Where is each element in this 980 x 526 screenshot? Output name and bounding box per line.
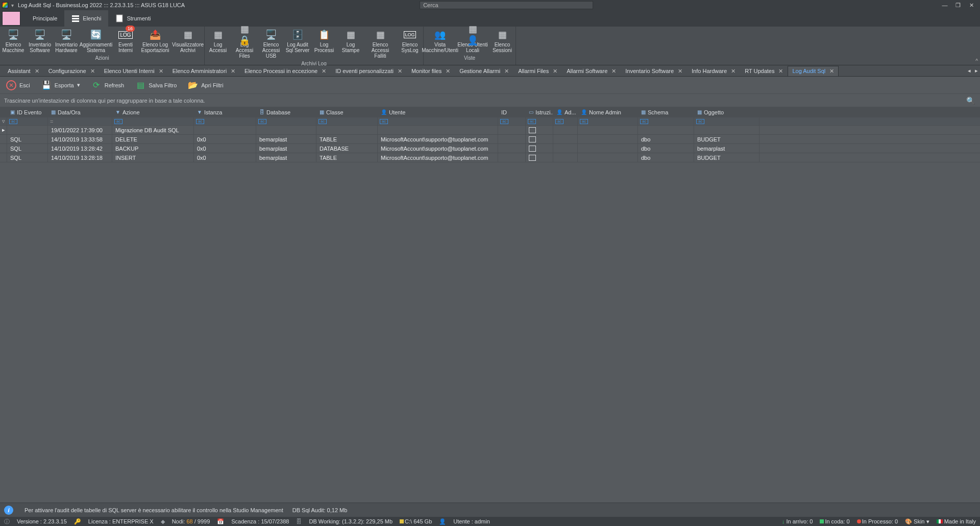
tab-close-icon[interactable]: ✕ xyxy=(678,68,682,75)
filter-indicator[interactable]: ▿ xyxy=(0,117,7,125)
tab-scroll-arrows[interactable]: ◂▸ xyxy=(968,67,978,74)
skin-selector[interactable]: 🎨 Skin ▾ xyxy=(905,518,929,525)
table-row[interactable]: SQL14/10/2019 13:33:58DELETE0x0bemarplas… xyxy=(0,135,980,144)
doc-tab[interactable]: Monitor files✕ xyxy=(407,66,455,76)
table-row[interactable]: SQL14/10/2019 13:28:42BACKUP0x0bemarplas… xyxy=(0,144,980,153)
doc-tab[interactable]: Allarmi Software✕ xyxy=(562,66,621,76)
doc-tab[interactable]: Assistant✕ xyxy=(3,66,44,76)
menu-elenchi[interactable]: Elenchi xyxy=(64,10,108,27)
minimize-button[interactable]: — xyxy=(938,0,951,10)
col-admin[interactable]: 👤Ad... xyxy=(553,107,578,117)
btn-aggiornamenti-sistema[interactable]: 🔄Aggiornamenti Sistema xyxy=(80,28,112,54)
doc-tab[interactable]: ID eventi personalizzati✕ xyxy=(331,66,407,76)
filter-classe[interactable]: ac xyxy=(316,117,378,125)
filter-istanza[interactable]: ac xyxy=(194,117,256,125)
maximize-button[interactable]: ❐ xyxy=(951,0,965,10)
tab-close-icon[interactable]: ✕ xyxy=(611,68,616,75)
refresh-button[interactable]: ⟳Refresh xyxy=(89,79,127,91)
btn-inventario-hardware[interactable]: 🖥️Inventario Hardware xyxy=(53,28,80,54)
arrow-right-icon[interactable]: ▸ xyxy=(975,67,978,74)
search-icon[interactable]: 🔍 xyxy=(966,97,975,105)
col-istanza[interactable]: ▼Istanza xyxy=(194,107,256,117)
close-button[interactable]: ✕ xyxy=(965,0,978,10)
col-oggetto[interactable]: ▦Oggetto xyxy=(694,107,760,117)
doc-tab[interactable]: Inventario Software✕ xyxy=(621,66,687,76)
btn-eventi-interni[interactable]: LOG16Eventi Interni xyxy=(112,28,139,54)
filter-utente[interactable]: ac xyxy=(378,117,498,125)
col-id[interactable]: ID xyxy=(498,107,526,117)
esporta-button[interactable]: 💾Esporta ▾ xyxy=(39,79,82,91)
esci-button[interactable]: ✕Esci xyxy=(4,79,32,91)
tab-close-icon[interactable]: ✕ xyxy=(778,68,783,75)
btn-log-accessi[interactable]: ▦Log Accessi xyxy=(205,28,231,60)
doc-tab[interactable]: Info Hardware✕ xyxy=(687,66,740,76)
filter-schema[interactable]: ac xyxy=(638,117,694,125)
salva-filtro-button[interactable]: ▤Salva Filtro xyxy=(133,79,179,91)
tab-close-icon[interactable]: ✕ xyxy=(231,68,235,75)
tab-close-icon[interactable]: ✕ xyxy=(504,68,509,75)
menu-strumenti[interactable]: Strumenti xyxy=(108,10,158,27)
theme-swatch[interactable] xyxy=(2,11,20,26)
doc-tab[interactable]: Elenco Amministratori✕ xyxy=(168,66,240,76)
ribbon-collapse-icon[interactable]: ^ xyxy=(975,58,978,64)
filter-id-evento[interactable]: ac xyxy=(7,117,48,125)
col-schema[interactable]: ▦Schema xyxy=(638,107,694,117)
col-utente[interactable]: 👤Utente xyxy=(378,107,498,117)
table-row[interactable]: ▸19/01/2022 17:39:00Migrazione DB Audit … xyxy=(0,126,980,135)
tab-close-icon[interactable]: ✕ xyxy=(553,68,557,75)
doc-tab[interactable]: Configurazione✕ xyxy=(44,66,100,76)
btn-elenco-utenti-locali[interactable]: ▦👤Elenco Utenti Locali xyxy=(456,28,489,54)
btn-vista-macchine-utenti[interactable]: 👥Vista Macchine/Utenti xyxy=(424,28,456,54)
search-input[interactable]: Cerca xyxy=(420,1,593,9)
doc-tab[interactable]: Elenco Utenti Interni✕ xyxy=(100,66,168,76)
btn-elenco-sessioni[interactable]: ▦Elenco Sessioni xyxy=(489,28,516,54)
table-row[interactable]: SQL14/10/2019 13:28:18INSERT0x0bemarplas… xyxy=(0,153,980,162)
btn-elenco-macchine[interactable]: 🖥️Elenco Macchine xyxy=(0,28,27,54)
col-data-ora[interactable]: ▦Data/Ora xyxy=(48,107,112,117)
btn-log-accessi-files[interactable]: ▦🔒Log Accessi Files xyxy=(231,28,258,60)
btn-elenco-accessi-falliti[interactable]: ▦Elenco Accessi Falliti xyxy=(364,28,397,60)
tab-close-icon[interactable]: ✕ xyxy=(35,68,39,75)
svg-rect-3 xyxy=(116,15,122,22)
filter-admin[interactable]: ac xyxy=(553,117,578,125)
doc-tab[interactable]: Gestione Allarmi✕ xyxy=(455,66,513,76)
tab-close-icon[interactable]: ✕ xyxy=(829,68,834,75)
doc-tab[interactable]: Elenco Processi in eccezione✕ xyxy=(240,66,331,76)
col-classe[interactable]: ▦Classe xyxy=(316,107,378,117)
arrow-left-icon[interactable]: ◂ xyxy=(968,67,971,74)
filter-id[interactable]: ac xyxy=(498,117,526,125)
doc-tab[interactable]: Log Audit Sql✕ xyxy=(788,66,839,76)
btn-elenco-syslog[interactable]: LOGElenco SysLog xyxy=(397,28,423,60)
tab-close-icon[interactable]: ✕ xyxy=(159,68,163,75)
apri-filtri-button[interactable]: 📂Apri Filtri xyxy=(186,79,225,91)
tab-close-icon[interactable]: ✕ xyxy=(322,68,326,75)
doc-tab[interactable]: Allarmi Files✕ xyxy=(513,66,562,76)
btn-log-stampe[interactable]: ▦Log Stampe xyxy=(337,28,364,60)
qat-dropdown-icon[interactable]: ▾ xyxy=(11,3,14,8)
menu-principale[interactable]: Principale xyxy=(26,10,64,27)
group-by-panel[interactable]: Trascinare un'intestazione di colonna qu… xyxy=(0,94,980,107)
filter-data-ora[interactable]: = xyxy=(48,117,112,125)
col-nome-admin[interactable]: 👤Nome Admin xyxy=(578,107,638,117)
btn-inventario-software[interactable]: 🖥️Inventario Software xyxy=(27,28,53,54)
tab-close-icon[interactable]: ✕ xyxy=(731,68,736,75)
filter-database[interactable]: ac xyxy=(256,117,316,125)
col-id-evento[interactable]: ▣ID Evento xyxy=(7,107,48,117)
filter-istruzioni[interactable]: ac xyxy=(526,117,553,125)
doc-tab[interactable]: RT Updates✕ xyxy=(740,66,788,76)
col-istruzioni[interactable]: ▭Istruzi... xyxy=(526,107,553,117)
cell: dbo xyxy=(638,135,694,144)
btn-log-processi[interactable]: 📋Log Processi xyxy=(311,28,337,60)
col-azione[interactable]: ▼Azione xyxy=(112,107,194,117)
btn-visualizzatore-archivi[interactable]: ▦Visualizzatore Archivi xyxy=(172,28,204,54)
tab-close-icon[interactable]: ✕ xyxy=(90,68,95,75)
tab-close-icon[interactable]: ✕ xyxy=(398,68,402,75)
btn-elenco-log-esportazioni[interactable]: 📤Elenco Log Esportazioni xyxy=(139,28,172,54)
filter-azione[interactable]: ac xyxy=(112,117,194,125)
btn-elenco-accessi-usb[interactable]: 🖥️Elenco Accessi USB xyxy=(258,28,284,60)
filter-nome-admin[interactable]: ac xyxy=(578,117,638,125)
col-database[interactable]: 🗄Database xyxy=(256,107,316,117)
tab-close-icon[interactable]: ✕ xyxy=(446,68,450,75)
filter-oggetto[interactable]: ac xyxy=(694,117,760,125)
btn-log-audit-sql[interactable]: 🗄️Log Audit Sql Server xyxy=(284,28,311,60)
